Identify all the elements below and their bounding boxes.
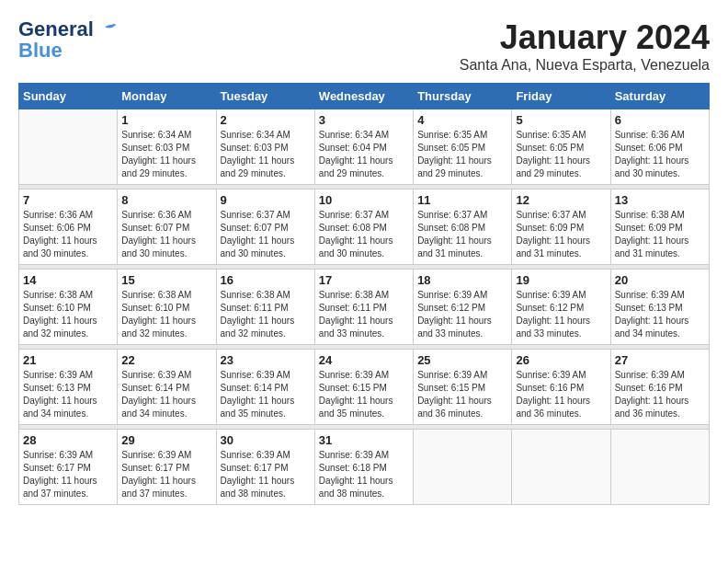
day-info: Sunrise: 6:39 AM Sunset: 6:13 PM Dayligh…: [615, 289, 705, 340]
day-number: 1: [121, 113, 211, 127]
day-info: Sunrise: 6:34 AM Sunset: 6:04 PM Dayligh…: [319, 129, 409, 180]
day-number: 20: [615, 273, 705, 287]
table-row: 16Sunrise: 6:38 AM Sunset: 6:11 PM Dayli…: [216, 270, 314, 345]
day-number: 3: [319, 113, 409, 127]
day-info: Sunrise: 6:39 AM Sunset: 6:16 PM Dayligh…: [516, 369, 606, 420]
table-row: 7Sunrise: 6:36 AM Sunset: 6:06 PM Daylig…: [19, 190, 118, 265]
table-row: [414, 430, 512, 505]
day-info: Sunrise: 6:39 AM Sunset: 6:12 PM Dayligh…: [516, 289, 606, 340]
day-info: Sunrise: 6:39 AM Sunset: 6:17 PM Dayligh…: [23, 449, 113, 500]
day-number: 24: [319, 353, 409, 367]
table-row: 4Sunrise: 6:35 AM Sunset: 6:05 PM Daylig…: [414, 109, 512, 185]
day-number: 21: [23, 353, 113, 367]
day-info: Sunrise: 6:36 AM Sunset: 6:07 PM Dayligh…: [121, 209, 211, 260]
day-info: Sunrise: 6:39 AM Sunset: 6:16 PM Dayligh…: [615, 369, 705, 420]
header-thursday: Thursday: [414, 84, 512, 109]
header-saturday: Saturday: [610, 84, 709, 109]
day-info: Sunrise: 6:39 AM Sunset: 6:18 PM Dayligh…: [319, 449, 409, 500]
table-row: 17Sunrise: 6:38 AM Sunset: 6:11 PM Dayli…: [314, 270, 413, 345]
day-info: Sunrise: 6:38 AM Sunset: 6:11 PM Dayligh…: [319, 289, 409, 340]
day-info: Sunrise: 6:36 AM Sunset: 6:06 PM Dayligh…: [23, 209, 113, 260]
day-number: 9: [221, 193, 311, 207]
day-info: Sunrise: 6:37 AM Sunset: 6:07 PM Dayligh…: [221, 209, 311, 260]
table-row: 22Sunrise: 6:39 AM Sunset: 6:14 PM Dayli…: [118, 350, 216, 425]
day-info: Sunrise: 6:39 AM Sunset: 6:17 PM Dayligh…: [121, 449, 211, 500]
day-number: 26: [516, 353, 606, 367]
day-info: Sunrise: 6:35 AM Sunset: 6:05 PM Dayligh…: [417, 129, 507, 180]
table-row: 11Sunrise: 6:37 AM Sunset: 6:08 PM Dayli…: [414, 190, 512, 265]
day-number: 7: [23, 193, 113, 207]
day-info: Sunrise: 6:39 AM Sunset: 6:17 PM Dayligh…: [221, 449, 311, 500]
table-row: 5Sunrise: 6:35 AM Sunset: 6:05 PM Daylig…: [512, 109, 610, 185]
table-row: 29Sunrise: 6:39 AM Sunset: 6:17 PM Dayli…: [118, 430, 216, 505]
day-info: Sunrise: 6:39 AM Sunset: 6:14 PM Dayligh…: [221, 369, 311, 420]
day-number: 22: [121, 353, 211, 367]
table-row: [610, 430, 709, 505]
day-number: 19: [516, 273, 606, 287]
day-number: 10: [319, 193, 409, 207]
table-row: 30Sunrise: 6:39 AM Sunset: 6:17 PM Dayli…: [216, 430, 314, 505]
table-row: 19Sunrise: 6:39 AM Sunset: 6:12 PM Dayli…: [512, 270, 610, 345]
header-friday: Friday: [512, 84, 610, 109]
table-row: 28Sunrise: 6:39 AM Sunset: 6:17 PM Dayli…: [19, 430, 118, 505]
day-number: 11: [417, 193, 507, 207]
header-tuesday: Tuesday: [216, 84, 314, 109]
header-wednesday: Wednesday: [314, 84, 413, 109]
table-row: 27Sunrise: 6:39 AM Sunset: 6:16 PM Dayli…: [610, 350, 709, 425]
day-info: Sunrise: 6:38 AM Sunset: 6:10 PM Dayligh…: [121, 289, 211, 340]
table-row: 21Sunrise: 6:39 AM Sunset: 6:13 PM Dayli…: [19, 350, 118, 425]
table-row: 6Sunrise: 6:36 AM Sunset: 6:06 PM Daylig…: [610, 109, 709, 185]
day-info: Sunrise: 6:37 AM Sunset: 6:08 PM Dayligh…: [417, 209, 507, 260]
table-row: [512, 430, 610, 505]
table-row: 12Sunrise: 6:37 AM Sunset: 6:09 PM Dayli…: [512, 190, 610, 265]
table-row: 25Sunrise: 6:39 AM Sunset: 6:15 PM Dayli…: [414, 350, 512, 425]
table-row: [19, 109, 118, 185]
day-number: 15: [121, 273, 211, 287]
logo-blue: Blue: [18, 39, 63, 63]
day-info: Sunrise: 6:37 AM Sunset: 6:09 PM Dayligh…: [516, 209, 606, 260]
table-row: 31Sunrise: 6:39 AM Sunset: 6:18 PM Dayli…: [314, 430, 413, 505]
logo-text: General: [18, 18, 116, 40]
logo: General Blue: [18, 18, 116, 63]
calendar-header-row: Sunday Monday Tuesday Wednesday Thursday…: [19, 84, 710, 109]
day-number: 18: [417, 273, 507, 287]
calendar-subtitle: Santa Ana, Nueva Esparta, Venezuela: [460, 57, 710, 74]
day-info: Sunrise: 6:39 AM Sunset: 6:15 PM Dayligh…: [417, 369, 507, 420]
day-info: Sunrise: 6:35 AM Sunset: 6:05 PM Dayligh…: [516, 129, 606, 180]
logo-bird-icon: [96, 23, 116, 38]
table-row: 18Sunrise: 6:39 AM Sunset: 6:12 PM Dayli…: [414, 270, 512, 345]
table-row: 26Sunrise: 6:39 AM Sunset: 6:16 PM Dayli…: [512, 350, 610, 425]
day-number: 27: [615, 353, 705, 367]
table-row: 20Sunrise: 6:39 AM Sunset: 6:13 PM Dayli…: [610, 270, 709, 345]
table-row: 1Sunrise: 6:34 AM Sunset: 6:03 PM Daylig…: [118, 109, 216, 185]
table-row: 8Sunrise: 6:36 AM Sunset: 6:07 PM Daylig…: [118, 190, 216, 265]
day-info: Sunrise: 6:39 AM Sunset: 6:12 PM Dayligh…: [417, 289, 507, 340]
day-number: 17: [319, 273, 409, 287]
table-row: 3Sunrise: 6:34 AM Sunset: 6:04 PM Daylig…: [314, 109, 413, 185]
day-number: 25: [417, 353, 507, 367]
day-number: 4: [417, 113, 507, 127]
day-number: 30: [221, 433, 311, 447]
day-number: 23: [221, 353, 311, 367]
day-info: Sunrise: 6:38 AM Sunset: 6:09 PM Dayligh…: [615, 209, 705, 260]
table-row: 14Sunrise: 6:38 AM Sunset: 6:10 PM Dayli…: [19, 270, 118, 345]
table-row: 13Sunrise: 6:38 AM Sunset: 6:09 PM Dayli…: [610, 190, 709, 265]
day-info: Sunrise: 6:38 AM Sunset: 6:10 PM Dayligh…: [23, 289, 113, 340]
table-row: 9Sunrise: 6:37 AM Sunset: 6:07 PM Daylig…: [216, 190, 314, 265]
header-monday: Monday: [118, 84, 216, 109]
calendar-table: Sunday Monday Tuesday Wednesday Thursday…: [18, 83, 710, 505]
day-info: Sunrise: 6:34 AM Sunset: 6:03 PM Dayligh…: [121, 129, 211, 180]
page-header: General Blue January 2024 Santa Ana, Nue…: [18, 18, 710, 74]
table-row: 24Sunrise: 6:39 AM Sunset: 6:15 PM Dayli…: [314, 350, 413, 425]
day-number: 12: [516, 193, 606, 207]
day-number: 31: [319, 433, 409, 447]
title-section: January 2024 Santa Ana, Nueva Esparta, V…: [460, 18, 710, 74]
day-number: 8: [121, 193, 211, 207]
header-sunday: Sunday: [19, 84, 118, 109]
day-info: Sunrise: 6:34 AM Sunset: 6:03 PM Dayligh…: [221, 129, 311, 180]
day-info: Sunrise: 6:36 AM Sunset: 6:06 PM Dayligh…: [615, 129, 705, 180]
table-row: 15Sunrise: 6:38 AM Sunset: 6:10 PM Dayli…: [118, 270, 216, 345]
table-row: 10Sunrise: 6:37 AM Sunset: 6:08 PM Dayli…: [314, 190, 413, 265]
day-number: 13: [615, 193, 705, 207]
table-row: 23Sunrise: 6:39 AM Sunset: 6:14 PM Dayli…: [216, 350, 314, 425]
